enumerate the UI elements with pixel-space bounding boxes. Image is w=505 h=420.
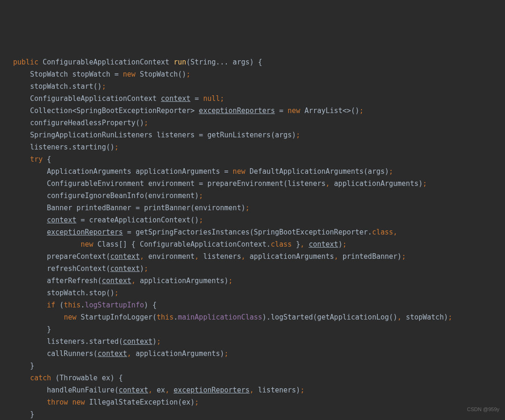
watermark: CSDN @959y xyxy=(467,403,499,415)
code-line: configureIgnoreBeanInfo(environment); xyxy=(13,192,203,200)
code-line: new StartupInfoLogger(this.mainApplicati… xyxy=(13,313,452,321)
code-line: refreshContext(context); xyxy=(13,264,148,273)
variable: context xyxy=(161,94,190,103)
method-name: run xyxy=(173,58,186,66)
field: mainApplicationClass xyxy=(178,313,262,321)
field: logStartupInfo xyxy=(85,301,144,309)
code-line: public ConfigurableApplicationContext ru… xyxy=(13,58,262,66)
code-line: stopWatch.stop(); xyxy=(13,289,119,297)
code-line: stopWatch.start(); xyxy=(13,82,106,91)
code-line: } xyxy=(13,362,34,370)
code-editor-view[interactable]: public ConfigurableApplicationContext ru… xyxy=(13,56,505,420)
code-line: new Class[] { ConfigurableApplicationCon… xyxy=(13,240,346,249)
code-line: exceptionReporters = getSpringFactoriesI… xyxy=(13,228,397,236)
code-line: try { xyxy=(13,155,51,164)
code-line: } xyxy=(13,410,34,419)
code-line: ConfigurableApplicationContext context =… xyxy=(13,94,224,103)
code-line: ConfigurableEnvironment environment = pr… xyxy=(13,179,427,188)
code-line: listeners.starting(); xyxy=(13,143,119,151)
code-line: SpringApplicationRunListeners listeners … xyxy=(13,131,300,139)
code-line: prepareContext(context, environment, lis… xyxy=(13,252,406,261)
code-line: StopWatch stopWatch = new StopWatch(); xyxy=(13,70,190,78)
code-line: handleRunFailure(context, ex, exceptionR… xyxy=(13,386,304,394)
code-line: configureHeadlessProperty(); xyxy=(13,119,148,127)
code-line: ApplicationArguments applicationArgument… xyxy=(13,167,393,176)
keyword: public xyxy=(13,58,38,66)
code-line: catch (Throwable ex) { xyxy=(13,374,123,382)
code-line: afterRefresh(context, applicationArgumen… xyxy=(13,277,233,285)
code-line: Collection<SpringBootExceptionReporter> … xyxy=(13,107,364,115)
code-line: } xyxy=(13,325,51,334)
code-line: context = createApplicationContext(); xyxy=(13,216,203,224)
code-line: if (this.logStartupInfo) { xyxy=(13,301,157,309)
code-line: throw new IllegalStateException(ex); xyxy=(13,398,199,406)
code-line: Banner printedBanner = printBanner(envir… xyxy=(13,204,250,212)
variable: exceptionReporters xyxy=(199,107,275,115)
code-line: callRunners(context, applicationArgument… xyxy=(13,349,229,358)
code-line: listeners.started(context); xyxy=(13,337,161,346)
